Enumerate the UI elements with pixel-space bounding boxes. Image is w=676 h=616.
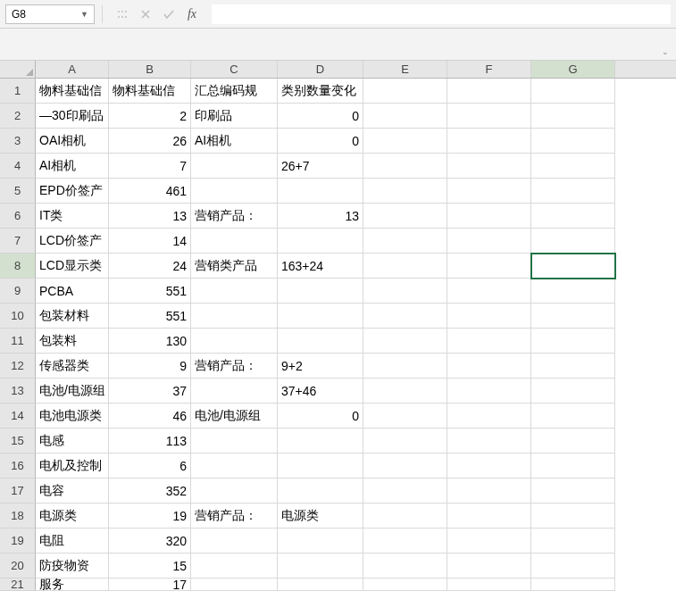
cell-G9[interactable] — [531, 279, 615, 304]
cell-F10[interactable] — [447, 304, 531, 329]
cell-F2[interactable] — [447, 104, 531, 129]
cell-A13[interactable]: 电池/电源组 — [36, 379, 109, 404]
cell-F15[interactable] — [447, 429, 531, 454]
cell-A17[interactable]: 电容 — [36, 479, 109, 504]
row-header-4[interactable]: 4 — [0, 154, 36, 179]
cell-D19[interactable] — [278, 529, 363, 554]
cell-A18[interactable]: 电源类 — [36, 504, 109, 529]
cell-B20[interactable]: 15 — [109, 554, 191, 579]
cell-C1[interactable]: 汇总编码规 — [191, 79, 278, 104]
cell-G8[interactable] — [531, 254, 615, 279]
cell-A1[interactable]: 物料基础信 — [36, 79, 109, 104]
cell-D13[interactable]: 37+46 — [278, 379, 363, 404]
cell-B18[interactable]: 19 — [109, 504, 191, 529]
cell-E10[interactable] — [363, 304, 447, 329]
cell-E4[interactable] — [363, 154, 447, 179]
cell-F21[interactable] — [447, 579, 531, 591]
cell-E17[interactable] — [363, 479, 447, 504]
cancel-icon[interactable] — [138, 7, 153, 21]
cell-E14[interactable] — [363, 404, 447, 429]
cell-G15[interactable] — [531, 429, 615, 454]
row-header-8[interactable]: 8 — [0, 254, 36, 279]
cell-E11[interactable] — [363, 329, 447, 354]
cell-C4[interactable] — [191, 154, 278, 179]
cell-G10[interactable] — [531, 304, 615, 329]
cell-E19[interactable] — [363, 529, 447, 554]
cell-B9[interactable]: 551 — [109, 279, 191, 304]
cell-D12[interactable]: 9+2 — [278, 354, 363, 379]
cell-D9[interactable] — [278, 279, 363, 304]
cell-C16[interactable] — [191, 454, 278, 479]
cell-F5[interactable] — [447, 179, 531, 204]
cell-A12[interactable]: 传感器类 — [36, 354, 109, 379]
row-header-20[interactable]: 20 — [0, 554, 36, 579]
row-header-19[interactable]: 19 — [0, 529, 36, 554]
cell-E21[interactable] — [363, 579, 447, 591]
cell-F18[interactable] — [447, 504, 531, 529]
cell-F13[interactable] — [447, 379, 531, 404]
fx-icon[interactable]: fx — [185, 7, 199, 21]
cell-C5[interactable] — [191, 179, 278, 204]
cell-G16[interactable] — [531, 454, 615, 479]
cell-D17[interactable] — [278, 479, 363, 504]
cell-F3[interactable] — [447, 129, 531, 154]
cell-A15[interactable]: 电感 — [36, 429, 109, 454]
cell-D11[interactable] — [278, 329, 363, 354]
cell-B5[interactable]: 461 — [109, 179, 191, 204]
name-box-dropdown-icon[interactable]: ▼ — [80, 10, 88, 19]
cell-A14[interactable]: 电池电源类 — [36, 404, 109, 429]
cell-A6[interactable]: IT类 — [36, 204, 109, 229]
row-header-10[interactable]: 10 — [0, 304, 36, 329]
cell-G12[interactable] — [531, 354, 615, 379]
enter-icon[interactable] — [162, 7, 176, 21]
cell-G21[interactable] — [531, 579, 615, 591]
row-header-13[interactable]: 13 — [0, 379, 36, 404]
cell-F16[interactable] — [447, 454, 531, 479]
cell-C11[interactable] — [191, 329, 278, 354]
cell-B15[interactable]: 113 — [109, 429, 191, 454]
cell-D1[interactable]: 类别数量变化 — [278, 79, 363, 104]
cell-B8[interactable]: 24 — [109, 254, 191, 279]
cell-F20[interactable] — [447, 554, 531, 579]
cell-F11[interactable] — [447, 329, 531, 354]
cell-D8[interactable]: 163+24 — [278, 254, 363, 279]
row-header-15[interactable]: 15 — [0, 429, 36, 454]
name-box[interactable]: G8 ▼ — [5, 4, 95, 24]
cell-G3[interactable] — [531, 129, 615, 154]
cell-E2[interactable] — [363, 104, 447, 129]
cell-F8[interactable] — [447, 254, 531, 279]
cell-E15[interactable] — [363, 429, 447, 454]
cell-C6[interactable]: 营销产品： — [191, 204, 278, 229]
cell-F6[interactable] — [447, 204, 531, 229]
select-all-corner[interactable] — [0, 61, 36, 79]
cell-E20[interactable] — [363, 554, 447, 579]
cell-A7[interactable]: LCD价签产 — [36, 229, 109, 254]
cell-G1[interactable] — [531, 79, 615, 104]
row-header-11[interactable]: 11 — [0, 329, 36, 354]
dots-icon[interactable] — [115, 7, 129, 21]
cell-A16[interactable]: 电机及控制 — [36, 454, 109, 479]
cell-C13[interactable] — [191, 379, 278, 404]
cell-B13[interactable]: 37 — [109, 379, 191, 404]
cell-E16[interactable] — [363, 454, 447, 479]
cell-C12[interactable]: 营销产品： — [191, 354, 278, 379]
column-header-E[interactable]: E — [363, 61, 447, 78]
cell-E13[interactable] — [363, 379, 447, 404]
cell-C15[interactable] — [191, 429, 278, 454]
cell-E9[interactable] — [363, 279, 447, 304]
cell-C21[interactable] — [191, 579, 278, 591]
cell-G19[interactable] — [531, 529, 615, 554]
cell-A3[interactable]: OAI相机 — [36, 129, 109, 154]
row-header-18[interactable]: 18 — [0, 504, 36, 529]
cell-G7[interactable] — [531, 229, 615, 254]
cell-B6[interactable]: 13 — [109, 204, 191, 229]
column-header-B[interactable]: B — [109, 61, 191, 78]
row-header-14[interactable]: 14 — [0, 404, 36, 429]
cell-G2[interactable] — [531, 104, 615, 129]
cell-D4[interactable]: 26+7 — [278, 154, 363, 179]
cell-E6[interactable] — [363, 204, 447, 229]
cell-B2[interactable]: 2 — [109, 104, 191, 129]
row-header-1[interactable]: 1 — [0, 79, 36, 104]
cell-C17[interactable] — [191, 479, 278, 504]
cell-E3[interactable] — [363, 129, 447, 154]
